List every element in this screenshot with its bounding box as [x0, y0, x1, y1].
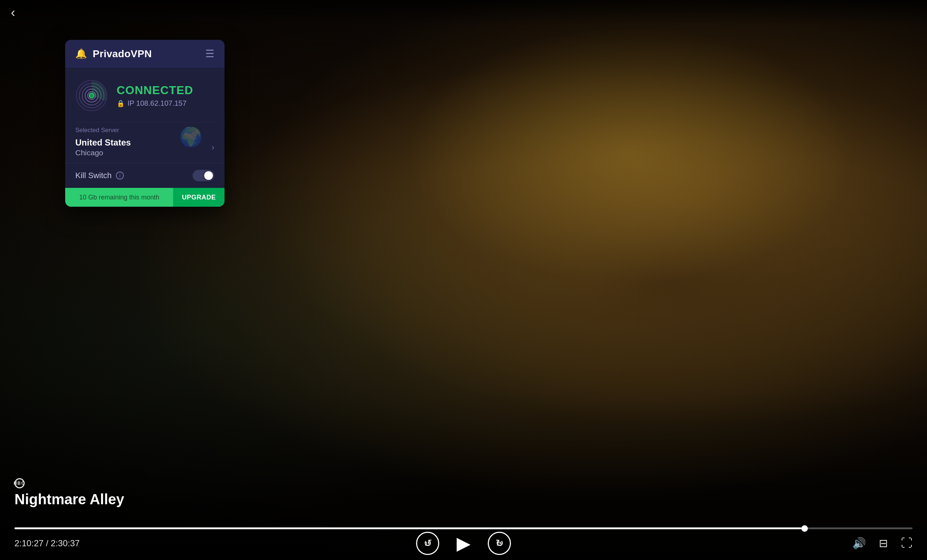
skip-forward-button[interactable]: ↻ 15 [488, 532, 511, 555]
hbo-text: HBO [14, 481, 26, 486]
ip-row: 🔒 IP 108.62.107.157 [117, 99, 214, 108]
ip-address: IP 108.62.107.157 [128, 99, 187, 108]
data-remaining: 10 Gb remaining this month [65, 188, 173, 207]
kill-switch-row: Kill Switch i [65, 163, 225, 188]
time-separator: / [44, 538, 51, 548]
lock-icon: 🔒 [117, 100, 125, 108]
toggle-knob [204, 171, 213, 180]
hbo-circle-icon: HBO [14, 478, 24, 488]
killswitch-toggle[interactable] [193, 170, 214, 181]
vpn-server-section[interactable]: Selected Server United States Chicago 🌍 … [65, 122, 225, 163]
vpn-radar-icon [75, 79, 108, 112]
current-time: 2:10:27 [14, 538, 44, 548]
killswitch-label: Kill Switch [75, 171, 111, 180]
vpn-widget: 🔔 PrivadoVPN ☰ CONNECTED [65, 40, 225, 207]
hbo-logo: HBO [14, 478, 124, 488]
video-controls: 2:10:27 / 2:30:37 ↺ 15 ▶ ↻ 15 🔊 ⊟ ⛶ [0, 522, 927, 560]
vpn-connection-area: CONNECTED 🔒 IP 108.62.107.157 [65, 68, 225, 122]
vpn-status-area: CONNECTED 🔒 IP 108.62.107.157 [117, 83, 214, 108]
controls-row: 2:10:27 / 2:30:37 ↺ 15 ▶ ↻ 15 🔊 ⊟ ⛶ [14, 536, 913, 550]
skip-back-label: 15 [425, 541, 430, 546]
bell-icon[interactable]: 🔔 [75, 48, 87, 59]
show-info: HBO Nightmare Alley [14, 478, 124, 507]
progress-bar-track [14, 527, 913, 529]
progress-bar-fill [14, 527, 805, 529]
server-city: Chicago [75, 149, 211, 157]
center-controls: ↺ 15 ▶ ↻ 15 [416, 532, 511, 555]
time-display: 2:10:27 / 2:30:37 [14, 538, 80, 548]
back-button[interactable]: ‹ [11, 5, 15, 20]
progress-bar-container[interactable] [14, 522, 913, 532]
show-title: Nightmare Alley [14, 491, 124, 507]
menu-icon[interactable]: ☰ [205, 48, 214, 60]
killswitch-left: Kill Switch i [75, 171, 124, 180]
skip-forward-label: 15 [497, 541, 502, 546]
vpn-header-left: 🔔 PrivadoVPN [75, 48, 152, 60]
subtitles-icon[interactable]: ⊟ [879, 537, 888, 549]
chevron-right-icon: › [211, 142, 214, 152]
fullscreen-icon[interactable]: ⛶ [901, 536, 913, 550]
vpn-banner: 10 Gb remaining this month UPGRADE [65, 188, 225, 207]
total-time: 2:30:37 [51, 538, 80, 548]
vpn-app-title: PrivadoVPN [93, 48, 152, 60]
vpn-header: 🔔 PrivadoVPN ☰ [65, 40, 225, 68]
right-controls: 🔊 ⊟ ⛶ [853, 536, 913, 550]
connection-status: CONNECTED [117, 83, 214, 97]
upgrade-button[interactable]: UPGRADE [173, 188, 225, 207]
top-bar: ‹ [0, 0, 927, 25]
server-row: United States Chicago 🌍 › [75, 138, 214, 157]
progress-handle[interactable] [801, 525, 808, 532]
info-icon[interactable]: i [116, 171, 124, 179]
volume-icon[interactable]: 🔊 [853, 537, 866, 549]
play-button[interactable]: ▶ [457, 533, 470, 554]
skip-back-button[interactable]: ↺ 15 [416, 532, 439, 555]
world-map-icon: 🌍 [179, 126, 203, 148]
